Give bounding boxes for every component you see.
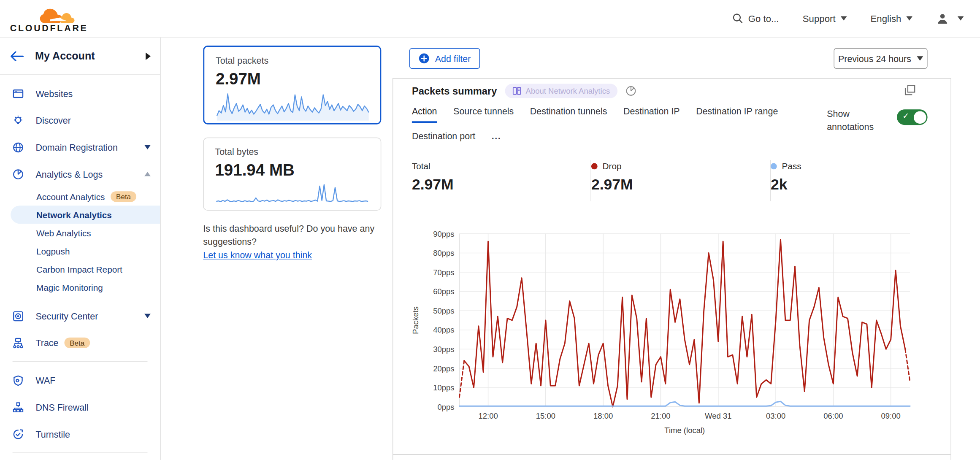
stat-label: Pass (782, 161, 801, 171)
stat-value: 2.97M (591, 176, 770, 193)
sidebar-item-label: Network Analytics (36, 210, 112, 220)
toggle-knob (913, 111, 926, 124)
about-network-analytics-pill[interactable]: About Network Analytics (505, 84, 617, 98)
sidebar-item-label: Trace (35, 338, 58, 348)
panel-title: Packets summary (412, 85, 497, 97)
svg-text:30pps: 30pps (433, 345, 454, 354)
svg-text:50pps: 50pps (433, 306, 454, 315)
svg-text:Time (local): Time (local) (664, 426, 705, 435)
support-menu[interactable]: Support (803, 13, 847, 24)
svg-text:0pps: 0pps (437, 403, 454, 411)
sidebar-item-waf[interactable]: WAF (0, 367, 160, 394)
add-filter-label: Add filter (435, 54, 471, 64)
sidebar-item-websites[interactable]: Websites (0, 80, 160, 107)
goto-search[interactable]: Go to... (733, 13, 779, 24)
caret-right-icon (146, 52, 151, 60)
svg-text:80pps: 80pps (433, 249, 454, 257)
svg-text:03:00: 03:00 (766, 411, 785, 420)
stats-row: Total2.97MDrop2.97MPass2k (412, 160, 932, 201)
check-icon: ✓ (902, 111, 909, 121)
sidebar-item-label: Discover (35, 115, 71, 125)
tabs-more-button[interactable]: ... (492, 131, 501, 146)
trace-icon (13, 337, 24, 349)
dns-tree-icon (13, 401, 24, 413)
sidebar-item-trace[interactable]: TraceBeta (0, 329, 160, 356)
packets-line-chart: 0pps10pps20pps30pps40pps50pps60pps70pps8… (393, 227, 952, 440)
sidebar-item-label: Carbon Impact Report (36, 264, 122, 274)
panel-header: Packets summary About Network Analytics (412, 84, 636, 98)
total-bytes-card[interactable]: Total bytes 191.94 MB (203, 138, 381, 211)
svg-text:15:00: 15:00 (536, 411, 555, 420)
total-packets-card[interactable]: Total packets 2.97M (203, 46, 381, 124)
svg-text:09:00: 09:00 (881, 411, 901, 420)
sidebar-item-domain-registration[interactable]: Domain Registration (0, 134, 160, 161)
card-title: Total bytes (215, 147, 369, 157)
account-title: My Account (35, 50, 95, 62)
sidebar-item-turnstile[interactable]: Turnstile (0, 421, 160, 448)
sidebar-item-label: Account Analytics (36, 192, 105, 202)
account-menu[interactable] (936, 12, 964, 25)
packets-summary-panel: Packets summary About Network Analytics … (393, 78, 951, 460)
shield-icon (13, 375, 24, 386)
sidebar-item-dns-firewall[interactable]: DNS Firewall (0, 394, 160, 421)
stat-pass[interactable]: Pass2k (771, 160, 896, 201)
sidebar-item-partial[interactable] (0, 458, 160, 460)
legend-dot (771, 163, 777, 170)
language-label: English (871, 13, 901, 24)
sidebar-divider (13, 452, 148, 453)
svg-text:21:00: 21:00 (651, 411, 670, 420)
svg-text:Wed 31: Wed 31 (705, 411, 731, 420)
sidebar: My Account WebsitesDiscoverDomain Regist… (0, 38, 161, 460)
sidebar-item-account-analytics[interactable]: Account AnalyticsBeta (0, 187, 160, 206)
stat-drop[interactable]: Drop2.97M (591, 160, 770, 201)
tab-destination-port[interactable]: Destination port (412, 131, 475, 146)
brand-wordmark: CLOUDFLARE (10, 23, 88, 33)
svg-text:Packets: Packets (411, 306, 420, 334)
feedback-link[interactable]: Let us know what you think (203, 250, 312, 260)
sidebar-item-label: Security Center (35, 311, 98, 321)
tab-source-tunnels[interactable]: Source tunnels (453, 106, 514, 123)
time-range-button[interactable]: Previous 24 hours (834, 48, 927, 69)
sidebar-item-logpush[interactable]: Logpush (0, 242, 160, 260)
svg-text:40pps: 40pps (433, 325, 454, 334)
sidebar-item-carbon-impact-report[interactable]: Carbon Impact Report (0, 260, 160, 278)
websites-icon (13, 88, 24, 99)
tab-action[interactable]: Action (412, 106, 437, 123)
svg-text:18:00: 18:00 (593, 411, 613, 420)
sidebar-item-label: Logpush (36, 246, 70, 256)
book-icon (512, 87, 521, 95)
sidebar-item-magic-monitoring[interactable]: Magic Monitoring (0, 278, 160, 296)
chevron-down-icon (840, 16, 847, 21)
dimension-tabs: ActionSource tunnelsDestination tunnelsD… (412, 106, 787, 146)
add-filter-button[interactable]: Add filter (409, 48, 480, 69)
sidebar-item-web-analytics[interactable]: Web Analytics (0, 224, 160, 242)
cloudflare-logo[interactable]: CLOUDFLARE (0, 5, 88, 33)
top-bar-right: Go to... Support English (733, 12, 980, 25)
stat-total: Total2.97M (412, 160, 591, 201)
account-header[interactable]: My Account (0, 38, 160, 75)
card-value: 191.94 MB (215, 161, 369, 180)
globe-icon (13, 141, 24, 153)
pie-history-icon[interactable] (625, 86, 636, 96)
tab-destination-ip-range[interactable]: Destination IP range (696, 106, 778, 123)
sidebar-item-analytics-logs[interactable]: Analytics & Logs (0, 161, 160, 188)
tab-destination-tunnels[interactable]: Destination tunnels (530, 106, 607, 123)
chevron-down-icon (958, 16, 964, 21)
svg-text:60pps: 60pps (433, 287, 454, 296)
sidebar-item-label: DNS Firewall (35, 402, 88, 412)
show-annotations-toggle[interactable]: ✓ (897, 109, 928, 125)
language-menu[interactable]: English (871, 13, 913, 24)
sidebar-item-label: Magic Monitoring (36, 282, 103, 292)
tab-destination-ip[interactable]: Destination IP (623, 106, 680, 123)
cloudflare-cloud-icon (36, 5, 75, 25)
sidebar-item-security-center[interactable]: Security Center (0, 303, 160, 330)
expand-restore-icon[interactable] (904, 84, 916, 96)
check-circle-icon (13, 428, 24, 440)
sidebar-item-network-analytics[interactable]: Network Analytics (11, 206, 160, 224)
svg-text:20pps: 20pps (433, 364, 454, 373)
sidebar-nav: WebsitesDiscoverDomain RegistrationAnaly… (0, 75, 160, 460)
card-value: 2.97M (216, 69, 369, 89)
svg-text:90pps: 90pps (433, 230, 454, 238)
beta-badge: Beta (64, 338, 90, 348)
sidebar-item-discover[interactable]: Discover (0, 107, 160, 134)
